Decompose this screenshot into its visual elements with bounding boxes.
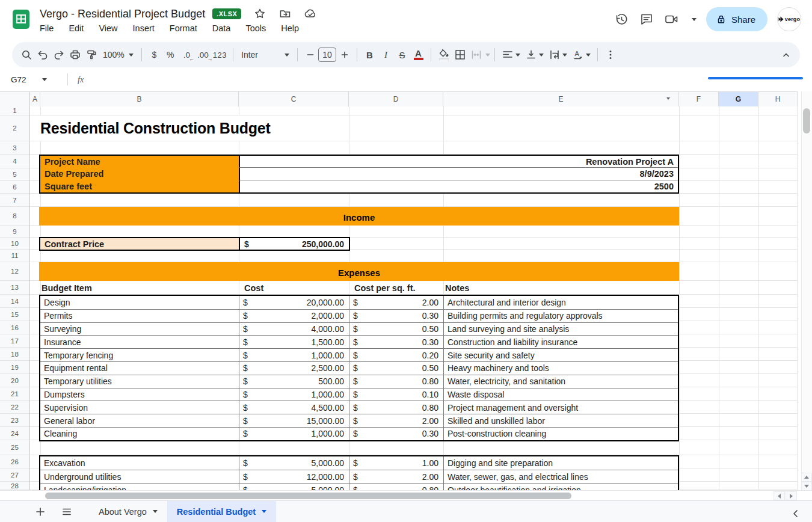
cost-per-sqft-cell[interactable]: $0.80 [349, 484, 443, 490]
cost-cell[interactable]: $4,000.00 [239, 323, 349, 336]
row-header-18[interactable]: 18 [0, 348, 29, 361]
merge-cells-button[interactable] [468, 47, 484, 63]
row-header-24[interactable]: 24 [0, 427, 29, 440]
note-cell[interactable]: Heavy machinery and tools [443, 362, 678, 375]
format-currency-button[interactable]: $ [146, 47, 162, 63]
star-icon[interactable] [252, 6, 268, 22]
horizontal-align-dropdown-icon[interactable] [515, 54, 520, 57]
note-cell[interactable]: Digging and site preparation [443, 456, 678, 470]
row-header-17[interactable]: 17 [0, 334, 29, 348]
name-box-dropdown-icon[interactable] [42, 78, 47, 81]
borders-button[interactable] [452, 47, 468, 63]
budget-item-cell[interactable]: Temporary utilities [40, 375, 239, 388]
tab-residential-budget[interactable]: Residential Budget [167, 501, 276, 522]
budget-item-cell[interactable]: Permits [40, 310, 239, 322]
text-rotation-button[interactable]: A [570, 47, 586, 63]
project-info-label-cell[interactable]: Project Name [40, 156, 239, 168]
cost-per-sqft-cell[interactable]: $0.10 [349, 388, 443, 401]
version-history-icon[interactable] [614, 11, 629, 27]
format-percent-button[interactable]: % [162, 47, 179, 63]
budget-item-cell[interactable]: Supervision [40, 401, 239, 414]
cost-per-sqft-cell[interactable]: $0.50 [349, 323, 443, 336]
menu-help[interactable]: Help [281, 22, 299, 34]
budget-item-cell[interactable]: Excavation [40, 456, 239, 470]
column-header-e[interactable]: E [443, 92, 679, 106]
vertical-align-dropdown-icon[interactable] [539, 54, 544, 57]
collapse-toolbar-button[interactable] [778, 47, 794, 63]
row-header-21[interactable]: 21 [0, 387, 29, 401]
decrease-font-size-button[interactable] [302, 47, 318, 63]
cost-cell[interactable]: $2,000.00 [239, 310, 349, 322]
contract-price-label-cell[interactable]: Contract Price [40, 238, 239, 250]
cost-per-sqft-cell[interactable]: $0.20 [349, 349, 443, 361]
project-info-label-cell[interactable]: Date Prepared [40, 168, 239, 180]
document-title[interactable]: Vergo - Residential Project Budget [40, 8, 205, 20]
expenses-banner-cell[interactable]: Expenses [39, 262, 679, 281]
row-header-27[interactable]: 27 [0, 468, 29, 482]
cost-per-sqft-cell[interactable]: $0.30 [349, 336, 443, 348]
scroll-right-button[interactable] [786, 491, 797, 500]
name-box[interactable]: G72 [0, 75, 67, 84]
budget-item-cell[interactable]: Equipment rental [40, 362, 239, 375]
header-cost-per-sqft[interactable]: Cost per sq. ft. [349, 283, 443, 293]
note-cell[interactable]: Site security and safety [443, 349, 678, 361]
column-header-f[interactable]: F [679, 92, 719, 106]
undo-button[interactable] [34, 47, 51, 63]
menu-view[interactable]: View [99, 22, 117, 34]
row-header-14[interactable]: 14 [0, 295, 29, 308]
redo-button[interactable] [51, 47, 67, 63]
contract-price-value-cell[interactable]: $ 250,000.00 [239, 238, 349, 250]
cost-per-sqft-cell[interactable]: $1.00 [349, 456, 443, 470]
menu-file[interactable]: File [40, 22, 54, 34]
row-header-13[interactable]: 13 [0, 281, 29, 295]
cost-cell[interactable]: $20,000.00 [239, 296, 349, 309]
row-header-23[interactable]: 23 [0, 414, 29, 427]
strikethrough-button[interactable]: S [394, 47, 410, 63]
row-header-7[interactable]: 7 [0, 194, 29, 207]
cost-per-sqft-cell[interactable]: $0.50 [349, 362, 443, 375]
row-header-26[interactable]: 26 [0, 455, 29, 468]
row-header-5[interactable]: 5 [0, 168, 29, 181]
add-sheet-button[interactable] [32, 504, 48, 520]
select-all-corner[interactable] [0, 92, 30, 106]
note-cell[interactable]: Water, electricity, and sanitation [443, 375, 678, 388]
cost-per-sqft-cell[interactable]: $0.80 [349, 375, 443, 388]
note-cell[interactable]: Skilled and unskilled labor [443, 414, 678, 427]
cost-cell[interactable]: $5,000.00 [239, 456, 349, 470]
paint-format-button[interactable] [83, 47, 99, 63]
bold-button[interactable]: B [361, 47, 378, 63]
text-color-button[interactable]: A [410, 47, 426, 63]
decrease-decimal-button[interactable]: .0← [179, 47, 195, 63]
move-folder-icon[interactable] [277, 6, 293, 22]
row-header-3[interactable]: 3 [0, 141, 29, 155]
scroll-left-button[interactable] [774, 491, 785, 500]
row-header-4[interactable]: 4 [0, 155, 29, 168]
font-family-control[interactable]: Inter [238, 47, 293, 63]
budget-item-cell[interactable]: Surveying [40, 323, 239, 336]
horizontal-scrollbar-thumb[interactable] [45, 493, 571, 499]
cost-per-sqft-cell[interactable]: $2.00 [349, 414, 443, 427]
video-call-icon[interactable] [664, 11, 680, 27]
budget-item-cell[interactable]: Design [40, 296, 239, 309]
tab-about-dropdown-icon[interactable] [153, 510, 158, 513]
account-avatar[interactable]: vergo [777, 7, 801, 31]
menu-data[interactable]: Data [212, 22, 231, 34]
text-rotation-dropdown-icon[interactable] [586, 54, 591, 57]
row-header-19[interactable]: 19 [0, 361, 29, 374]
cost-cell[interactable]: $4,500.00 [239, 401, 349, 414]
merge-dropdown-icon[interactable] [485, 54, 490, 57]
row-header-2[interactable]: 2 [0, 115, 29, 141]
budget-item-cell[interactable]: Temporary fencing [40, 349, 239, 361]
note-cell[interactable]: Building permits and regulatory approval… [443, 310, 678, 322]
zoom-control[interactable]: 100% [99, 47, 137, 63]
print-button[interactable] [67, 47, 83, 63]
cloud-saved-icon[interactable] [303, 6, 318, 22]
row-header-10[interactable]: 10 [0, 238, 29, 250]
tab-budget-dropdown-icon[interactable] [262, 510, 266, 513]
spreadsheet-grid[interactable]: 1234567891011121314151617181920212223242… [0, 106, 798, 490]
video-call-dropdown-icon[interactable] [692, 18, 697, 21]
budget-item-cell[interactable]: Cleaning [40, 428, 239, 440]
row-header-22[interactable]: 22 [0, 401, 29, 414]
font-size-input[interactable]: 10 [318, 48, 336, 62]
header-budget-item[interactable]: Budget Item [39, 283, 239, 293]
